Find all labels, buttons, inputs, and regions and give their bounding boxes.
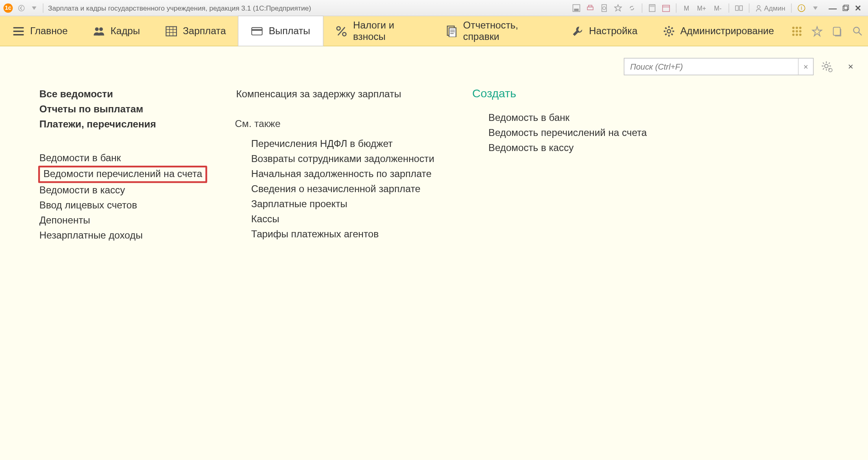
col2-seealso-link-0[interactable]: Перечисления НДФЛ в бюджет (250, 137, 436, 152)
svg-rect-34 (449, 28, 456, 37)
svg-point-47 (792, 26, 795, 29)
wrench-icon (571, 25, 583, 37)
menu-item-5[interactable]: Отчетность, справки (433, 16, 559, 46)
menu-item-1[interactable]: Кадры (81, 16, 153, 46)
link-icon[interactable] (626, 2, 638, 13)
svg-point-51 (796, 30, 798, 32)
section-panel: × × Все ведомостиОтчеты по выплатамПлате… (0, 46, 868, 460)
search-box: × (624, 58, 814, 75)
memory-mminus-button[interactable]: M- (711, 2, 725, 13)
col3-create-link-0[interactable]: Ведомость в банк (487, 111, 648, 126)
col1-top-link-2[interactable]: Платежи, перечисления (38, 117, 157, 132)
svg-line-58 (859, 32, 862, 35)
svg-point-50 (792, 30, 795, 32)
svg-text:i: i (801, 4, 802, 11)
menu-item-3[interactable]: Выплаты (239, 16, 323, 46)
menu-item-label: Администрирование (680, 25, 774, 37)
user-button[interactable]: Админ (753, 4, 788, 12)
back-icon[interactable] (15, 2, 27, 13)
col1-mid-link-1[interactable]: Ведомости перечислений на счета (38, 166, 207, 183)
svg-line-46 (671, 27, 672, 28)
col2-seealso-link-5[interactable]: Кассы (250, 212, 436, 227)
svg-point-68 (829, 68, 832, 72)
favorite-star-icon[interactable] (807, 16, 827, 46)
print-icon[interactable] (585, 2, 596, 13)
svg-rect-4 (589, 5, 592, 7)
menu-item-7[interactable]: Администрирование (650, 16, 787, 46)
column-1: Все ведомостиОтчеты по выплатамПлатежи, … (38, 87, 223, 243)
col1-mid-link-4[interactable]: Депоненты (38, 213, 207, 228)
svg-point-59 (824, 64, 828, 68)
svg-line-66 (823, 68, 824, 70)
gear-icon (663, 25, 674, 37)
col1-mid-link-3[interactable]: Ввод лицевых счетов (38, 198, 207, 213)
col2-seealso-link-1[interactable]: Возвраты сотрудниками задолженности (250, 152, 436, 167)
col1-mid-link-2[interactable]: Ведомости в кассу (38, 183, 207, 198)
svg-point-30 (337, 26, 340, 30)
window-title: Зарплата и кадры государственного учрежд… (48, 4, 311, 12)
maximize-button[interactable] (839, 2, 852, 13)
apps-grid-icon[interactable] (787, 16, 807, 46)
svg-line-32 (338, 27, 345, 35)
svg-point-57 (854, 27, 859, 33)
search-icon[interactable] (848, 16, 868, 46)
close-panel-button[interactable]: × (844, 60, 857, 74)
user-name: Админ (764, 4, 785, 12)
col2-seealso-link-2[interactable]: Начальная задолженность по зарплате (250, 167, 436, 182)
col2-top-link-0[interactable]: Компенсация за задержку зарплаты (235, 87, 403, 102)
svg-rect-2 (574, 9, 579, 11)
svg-line-43 (665, 27, 666, 28)
menu-item-0[interactable]: Главное (0, 16, 81, 46)
separator (43, 3, 43, 13)
dropdown-icon[interactable] (28, 2, 40, 13)
windows-icon[interactable] (733, 2, 745, 13)
svg-point-54 (796, 33, 798, 36)
info-icon[interactable]: i (796, 2, 807, 13)
col2-seealso-link-6[interactable]: Тарифы платежных агентов (250, 227, 436, 242)
menu-item-label: Зарплата (183, 25, 226, 37)
svg-point-48 (796, 26, 798, 29)
search-clear-button[interactable]: × (798, 59, 813, 75)
dropdown2-icon[interactable] (809, 2, 821, 13)
svg-rect-9 (663, 5, 670, 11)
svg-line-67 (829, 63, 830, 64)
close-button[interactable]: ✕ (852, 2, 864, 13)
svg-rect-29 (252, 29, 262, 31)
svg-point-49 (799, 26, 802, 29)
history-icon[interactable] (827, 16, 848, 46)
menu-item-2[interactable]: Зарплата (153, 16, 238, 46)
svg-point-6 (603, 7, 606, 9)
menu-item-label: Кадры (111, 25, 140, 37)
col1-top-link-0[interactable]: Все ведомости (38, 87, 157, 102)
people-icon (93, 25, 105, 37)
star-icon[interactable] (613, 2, 624, 13)
col1-top-link-1[interactable]: Отчеты по выплатам (38, 102, 157, 117)
svg-line-64 (823, 63, 824, 64)
col2-seealso-link-4[interactable]: Зарплатные проекты (250, 197, 436, 212)
memory-mplus-button[interactable]: M+ (695, 2, 709, 13)
doc-icon[interactable] (599, 2, 610, 13)
col3-create-link-1[interactable]: Ведомость перечислений на счета (487, 126, 648, 141)
menu-item-6[interactable]: Настройка (559, 16, 650, 46)
card-icon (251, 25, 263, 37)
search-input[interactable] (624, 62, 798, 71)
calc-icon[interactable] (647, 2, 658, 13)
memory-m-button[interactable]: M (681, 2, 692, 13)
calendar-icon[interactable] (661, 2, 672, 13)
menu-item-label: Отчетность, справки (463, 20, 546, 43)
menu-item-label: Налоги и взносы (353, 20, 420, 43)
menu-item-4[interactable]: Налоги и взносы (323, 16, 433, 46)
col2-seealso-link-3[interactable]: Сведения о незачисленной зарплате (250, 182, 436, 197)
percent-icon (336, 25, 347, 37)
col1-mid-link-0[interactable]: Ведомости в банк (38, 151, 207, 166)
minimize-button[interactable]: — (827, 2, 839, 13)
panel-settings-icon[interactable] (818, 58, 836, 75)
menu-item-label: Главное (30, 25, 68, 37)
save-icon[interactable] (571, 2, 582, 13)
menu-item-label: Выплаты (269, 25, 310, 37)
col1-mid-link-5[interactable]: Незарплатные доходы (38, 228, 207, 243)
svg-rect-3 (588, 7, 593, 9)
col3-create-link-2[interactable]: Ведомость в кассу (487, 141, 648, 156)
menu-item-label: Настройка (589, 25, 637, 37)
see-also-label: См. также (235, 118, 281, 129)
